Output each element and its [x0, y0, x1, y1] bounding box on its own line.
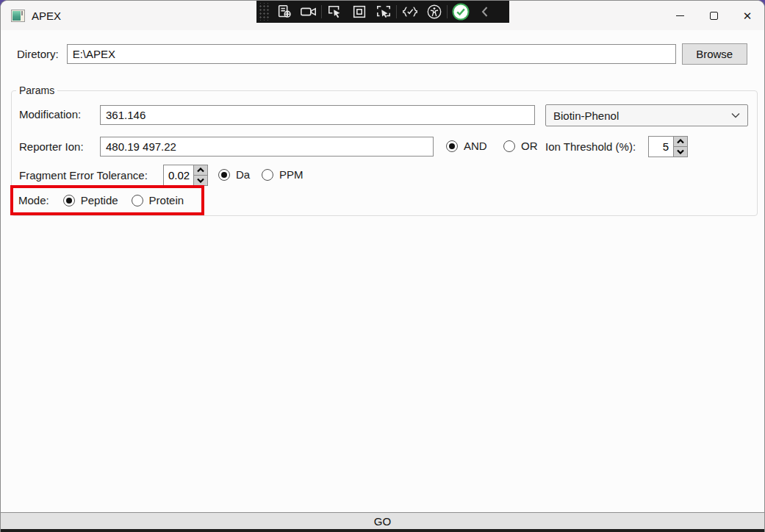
or-radio[interactable] — [503, 140, 515, 152]
ppm-radio[interactable] — [262, 169, 273, 181]
square-select-icon[interactable] — [347, 2, 371, 21]
fragment-error-input[interactable] — [163, 165, 194, 186]
close-button[interactable]: ✕ — [730, 1, 764, 30]
bottom-edge — [1, 529, 764, 532]
fragment-error-spinner — [163, 165, 208, 186]
accessibility-icon[interactable] — [422, 2, 446, 21]
drag-grip-icon[interactable] — [258, 3, 270, 21]
maximize-button[interactable] — [697, 1, 730, 30]
da-radio-label: Da — [236, 168, 250, 181]
chevron-down-icon — [677, 149, 684, 154]
app-icon — [11, 10, 25, 22]
protein-radio[interactable] — [132, 195, 143, 206]
chevron-up-icon — [197, 168, 204, 173]
close-icon: ✕ — [743, 10, 753, 21]
chevron-up-icon — [677, 139, 684, 144]
app-window: APEX ✕ — [0, 0, 765, 532]
toolbar-separator — [321, 5, 322, 18]
and-radio-label: AND — [464, 140, 487, 152]
ion-threshold-input[interactable] — [648, 136, 674, 157]
maximize-icon — [710, 12, 718, 20]
mode-label: Mode: — [18, 194, 49, 206]
minimize-icon — [676, 15, 684, 16]
modification-input[interactable] — [100, 105, 535, 125]
peptide-radio-label: Peptide — [81, 194, 118, 206]
directory-label: Diretory: — [17, 48, 59, 60]
minimize-button[interactable] — [663, 1, 697, 30]
directory-input[interactable] — [67, 44, 676, 64]
chevron-down-icon — [197, 178, 204, 183]
reporter-ion-label: Reporter Ion: — [19, 140, 84, 153]
or-radio-label: OR — [521, 140, 538, 152]
modification-label: Modification: — [19, 108, 81, 121]
toolbar-separator — [396, 5, 397, 18]
modification-dropdown[interactable]: Biotin-Phenol — [545, 104, 748, 126]
chevron-down-icon — [731, 112, 740, 118]
capture-log-icon[interactable] — [272, 2, 296, 21]
ion-threshold-label: Ion Threshold (%): — [545, 140, 636, 153]
and-radio[interactable] — [446, 140, 458, 152]
mode-highlight-annotation: Mode: Peptide Protein — [10, 185, 204, 215]
toolbar-separator — [447, 5, 448, 18]
braces-check-icon[interactable] — [398, 2, 422, 21]
reporter-ion-input[interactable] — [100, 137, 434, 157]
ion-threshold-spinner — [648, 136, 688, 157]
go-button-label: GO — [374, 515, 391, 528]
da-radio[interactable] — [218, 169, 230, 181]
window-title: APEX — [32, 10, 61, 22]
capture-toolbar[interactable] — [256, 1, 509, 23]
directory-row: Diretory: Browse — [17, 43, 753, 65]
window-cursor-icon[interactable] — [371, 2, 395, 21]
ion-threshold-up-button[interactable] — [674, 137, 687, 146]
video-camera-icon[interactable] — [296, 2, 320, 21]
protein-radio-label: Protein — [149, 194, 184, 206]
ion-threshold-down-button[interactable] — [674, 146, 687, 157]
fragment-error-down-button[interactable] — [194, 175, 207, 185]
fragment-error-up-button[interactable] — [194, 165, 207, 175]
ppm-radio-label: PPM — [279, 168, 304, 181]
collapse-chevron-icon[interactable] — [473, 2, 497, 21]
params-group-label: Params — [16, 85, 57, 96]
confirm-check-icon[interactable] — [448, 2, 473, 21]
peptide-radio[interactable] — [63, 195, 75, 206]
go-button[interactable]: GO — [1, 512, 764, 529]
browse-button[interactable]: Browse — [682, 43, 747, 65]
modification-dropdown-value: Biotin-Phenol — [553, 109, 619, 122]
fragment-error-label: Fragment Error Tolerance: — [19, 169, 148, 181]
region-cursor-icon[interactable] — [323, 2, 347, 21]
